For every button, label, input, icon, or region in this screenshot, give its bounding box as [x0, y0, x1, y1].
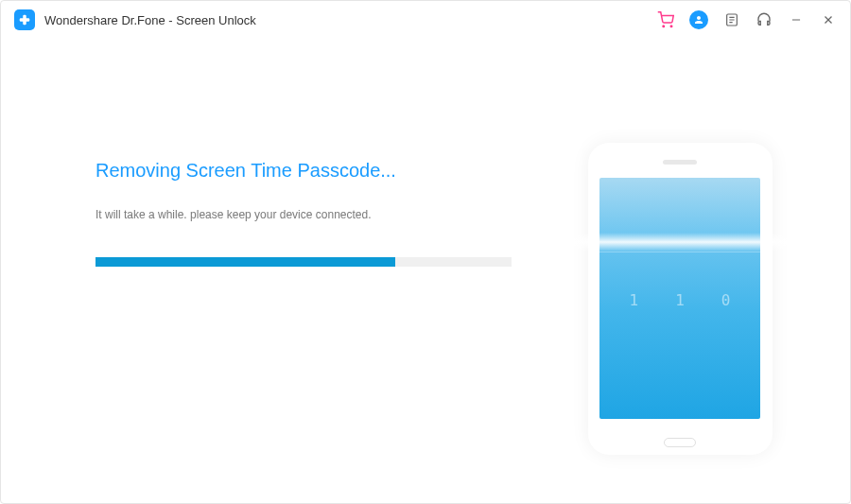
svg-point-2: [663, 26, 665, 27]
phone-home-button: [664, 438, 696, 447]
left-panel: Removing Screen Time Passcode... It will…: [96, 143, 557, 465]
binary-row: 1 1 0: [599, 291, 760, 309]
user-icon[interactable]: [689, 10, 708, 29]
support-icon[interactable]: [755, 11, 773, 28]
phone-speaker: [663, 160, 697, 165]
phone-illustration: 1 1 0: [588, 143, 773, 455]
app-logo-icon: [14, 9, 35, 30]
cart-icon[interactable]: [657, 11, 674, 28]
progress-bar: [96, 257, 512, 267]
binary-digit: 1: [675, 291, 685, 309]
content-area: Removing Screen Time Passcode... It will…: [1, 39, 850, 503]
progress-fill: [96, 257, 395, 267]
app-title: Wondershare Dr.Fone - Screen Unlock: [44, 13, 256, 27]
svg-rect-1: [20, 18, 30, 22]
phone-screen: 1 1 0: [599, 178, 760, 419]
right-panel: 1 1 0: [557, 143, 803, 465]
binary-digit: 1: [630, 291, 639, 309]
title-right-group: [657, 10, 837, 29]
status-subtext: It will take a while. please keep your d…: [96, 208, 557, 221]
phone-divider: [599, 252, 760, 252]
title-left-group: Wondershare Dr.Fone - Screen Unlock: [14, 9, 256, 30]
title-bar: Wondershare Dr.Fone - Screen Unlock: [1, 1, 850, 39]
feedback-icon[interactable]: [723, 11, 740, 28]
binary-digit: 0: [721, 291, 731, 309]
status-heading: Removing Screen Time Passcode...: [96, 160, 557, 182]
close-button[interactable]: [820, 11, 837, 28]
minimize-button[interactable]: [788, 11, 805, 28]
svg-point-3: [670, 26, 672, 27]
